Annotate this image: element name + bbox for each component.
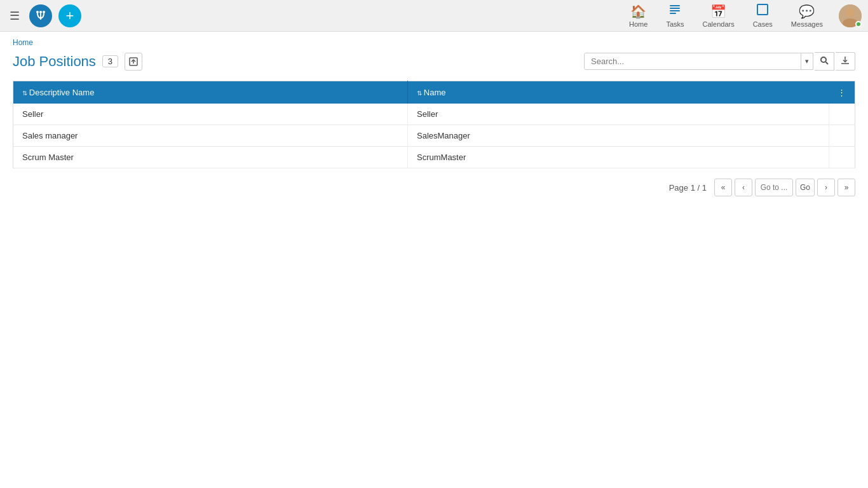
home-icon: 🏠	[630, 4, 646, 19]
search-container: ▾	[584, 52, 855, 71]
messages-icon: 💬	[799, 4, 815, 19]
svg-point-0	[36, 11, 39, 13]
topbar-left: ☰ +	[6, 4, 81, 27]
go-button[interactable]: Go	[796, 179, 815, 196]
hamburger-icon[interactable]: ☰	[6, 6, 23, 26]
user-avatar-wrapper[interactable]	[839, 4, 862, 27]
online-indicator	[855, 21, 862, 27]
col-header-name[interactable]: ⇅ Name	[408, 81, 829, 104]
table-header: ⇅ Descriptive Name ⇅ Name ⋮	[13, 81, 855, 104]
topbar: ☰ + 🏠 Home	[0, 0, 868, 32]
nav-item-cases[interactable]: Cases	[745, 0, 780, 31]
cell-name: SalesManager	[408, 125, 829, 147]
nav-label-calendars: Calendars	[703, 20, 735, 28]
sort-icon-name: ⇅	[417, 90, 424, 97]
export-button[interactable]	[125, 53, 142, 71]
col-label-descriptive-name: Descriptive Name	[29, 88, 95, 97]
svg-point-10	[846, 8, 855, 17]
nav-label-home: Home	[629, 20, 648, 28]
cases-icon	[756, 3, 769, 19]
search-button[interactable]	[815, 52, 834, 71]
cell-descriptive-name: Seller	[13, 104, 408, 125]
nav-label-cases: Cases	[753, 20, 773, 28]
svg-rect-7	[670, 13, 676, 14]
nav-label-tasks: Tasks	[666, 20, 684, 28]
next-page-button[interactable]: ›	[817, 179, 835, 196]
nav-item-calendars[interactable]: 📅 Calendars	[695, 1, 742, 31]
svg-rect-8	[757, 4, 768, 15]
page-header: Job Positions 3 ▾	[13, 52, 855, 71]
svg-rect-4	[670, 5, 680, 6]
svg-point-1	[39, 11, 42, 13]
data-table: ⇅ Descriptive Name ⇅ Name ⋮ SellerSeller…	[13, 81, 855, 168]
table-row[interactable]: Sales managerSalesManager	[13, 125, 855, 147]
col-options[interactable]: ⋮	[829, 81, 855, 104]
breadcrumb[interactable]: Home	[13, 38, 855, 47]
nav-item-tasks[interactable]: Tasks	[658, 0, 691, 31]
first-page-button[interactable]: «	[714, 179, 732, 196]
cell-options	[829, 147, 855, 168]
search-input-wrapper: ▾	[584, 53, 813, 70]
add-button[interactable]: +	[58, 4, 81, 27]
goto-input[interactable]	[755, 179, 793, 196]
options-icon: ⋮	[837, 88, 846, 97]
cell-name: Seller	[408, 104, 829, 125]
page-title: Job Positions	[13, 53, 96, 70]
table-body: SellerSellerSales managerSalesManagerScr…	[13, 104, 855, 168]
svg-rect-5	[670, 8, 680, 9]
prev-page-button[interactable]: ‹	[735, 179, 752, 196]
col-label-name: Name	[424, 88, 446, 97]
topbar-nav: 🏠 Home Tasks 📅 Calendars	[621, 0, 862, 31]
download-button[interactable]	[836, 52, 855, 71]
cell-name: ScrumMaster	[408, 147, 829, 168]
page-info: Page 1 / 1	[669, 183, 707, 193]
nav-label-messages: Messages	[791, 20, 823, 28]
cell-descriptive-name: Sales manager	[13, 125, 408, 147]
col-header-descriptive-name[interactable]: ⇅ Descriptive Name	[13, 81, 408, 104]
nav-item-messages[interactable]: 💬 Messages	[783, 1, 831, 31]
svg-point-2	[43, 11, 45, 13]
count-badge: 3	[102, 55, 118, 67]
search-dropdown-button[interactable]: ▾	[801, 53, 813, 69]
table-header-row: ⇅ Descriptive Name ⇅ Name ⋮	[13, 81, 855, 104]
cell-options	[829, 104, 855, 125]
cell-descriptive-name: Scrum Master	[13, 147, 408, 168]
tasks-icon	[668, 3, 681, 19]
calendars-icon: 📅	[710, 4, 726, 19]
pagination: Page 1 / 1 « ‹ Go › »	[13, 179, 855, 196]
sort-icon-descriptive-name: ⇅	[22, 90, 29, 97]
last-page-button[interactable]: »	[837, 179, 855, 196]
table-row[interactable]: Scrum MasterScrumMaster	[13, 147, 855, 168]
search-input[interactable]	[585, 53, 801, 69]
svg-rect-6	[670, 10, 680, 11]
svg-line-15	[826, 62, 829, 65]
cell-options	[829, 125, 855, 147]
brand-logo	[29, 4, 52, 27]
nav-item-home[interactable]: 🏠 Home	[621, 1, 655, 31]
table-row[interactable]: SellerSeller	[13, 104, 855, 125]
svg-point-14	[821, 57, 826, 62]
main-content: Home Job Positions 3 ▾	[0, 32, 868, 488]
